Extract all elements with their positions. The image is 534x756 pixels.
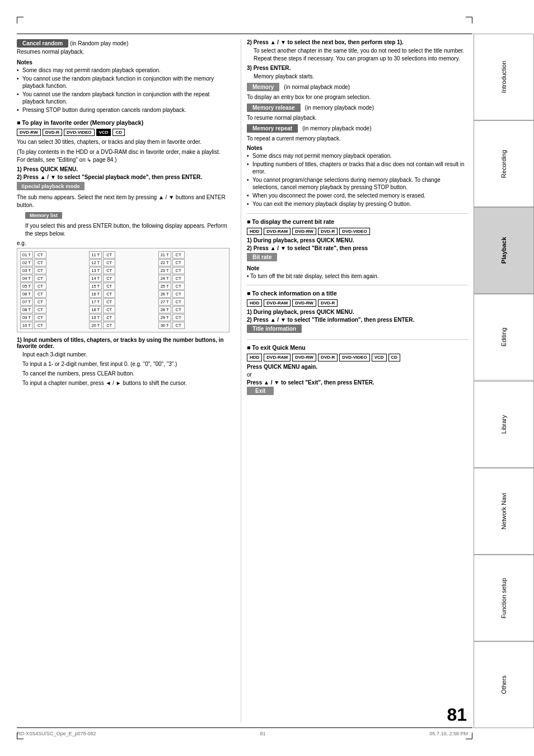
- press-quick-menu: Press QUICK MENU again.: [247, 364, 468, 370]
- grid-row: 05 TCT: [20, 283, 88, 290]
- sidebar-tab-playback[interactable]: Playback: [474, 207, 534, 294]
- grid-cell: 08 T: [20, 306, 33, 313]
- disc-badge-dvd-r: DVD-R: [318, 299, 338, 307]
- input-step-body2: To input a 1- or 2-digit number, first i…: [17, 360, 229, 368]
- memory-badge-row: Memory (in normal playback mode): [247, 83, 468, 91]
- right-column: 2) Press ▲ / ▼ to select the next box, t…: [241, 39, 468, 722]
- grid-cell: 03 T: [20, 267, 33, 274]
- grid-row: 11 TCT: [89, 251, 157, 259]
- bit-rate-badge: Bit rate: [247, 253, 277, 261]
- grid-cell: CT: [172, 259, 185, 266]
- right-notes-list: Some discs may not permit memory playbac…: [247, 152, 468, 208]
- sidebar-tab-recording[interactable]: Recording: [474, 120, 534, 207]
- grid-cell: CT: [34, 283, 46, 290]
- grid-row: 16 TCT: [89, 290, 157, 298]
- cancel-random-badge: Cancel random: [17, 39, 68, 48]
- memory-release-badge: Memory release: [247, 104, 301, 112]
- memory-release-mode-text: (in memory playback mode): [305, 105, 374, 111]
- memory-list-badge: Memory list: [25, 212, 62, 219]
- eg-label: e.g.: [17, 240, 229, 246]
- memory-body: To display an entry box for one program …: [247, 93, 468, 101]
- title-info-heading: To check information on a title: [247, 290, 468, 297]
- press-exit: Press ▲ / ▼ to select "Exit", then press…: [247, 379, 468, 386]
- bit-rate-step2: 2) Press ▲ / ▼ to select "Bit rate", the…: [247, 245, 468, 251]
- sidebar-tab-others[interactable]: Others: [474, 641, 534, 728]
- sidebar-tab-editing[interactable]: Editing: [474, 294, 534, 381]
- exit-badge: Exit: [247, 387, 274, 395]
- left-notes-section: Notes Some discs may not permit random p…: [17, 59, 229, 114]
- disc-badge-cd: CD: [388, 354, 401, 361]
- grid-cell: 24 T: [158, 275, 171, 282]
- grid-col-2: 11 TCT 12 TCT 13 TCT 14 TCT 15 TCT 16 TC…: [89, 251, 157, 329]
- grid-row: 13 TCT: [89, 267, 157, 274]
- grid-cell: 04 T: [20, 275, 33, 282]
- grid-row: 06 TCT: [20, 290, 88, 298]
- grid-cell: CT: [103, 275, 115, 282]
- grid-col-3: 21 TCT 22 TCT 23 TCT 24 TCT 25 TCT 26 TC…: [158, 251, 226, 329]
- grid-row: 23 TCT: [158, 267, 226, 274]
- memory-grid: 01 TCT 02 TCT 03 TCT 04 TCT 05 TCT 06 TC…: [20, 251, 226, 329]
- grid-row: 10 TCT: [20, 322, 88, 329]
- grid-row: 21 TCT: [158, 251, 226, 259]
- grid-cell: CT: [103, 298, 115, 306]
- memory-badge: Memory: [247, 83, 279, 91]
- sidebar-tab-introduction[interactable]: Introduction: [474, 34, 534, 120]
- resumes-text: Resumes normal playback.: [17, 49, 229, 55]
- memory-release-body: To resume normal playback.: [247, 114, 468, 122]
- grid-row: 20 TCT: [89, 322, 157, 329]
- grid-cell: CT: [172, 298, 185, 306]
- grid-row: 17 TCT: [89, 298, 157, 306]
- list-item: Pressing STOP button during operation ca…: [17, 106, 229, 114]
- disc-badge-hdd: HDD: [247, 354, 262, 361]
- grid-cell: CT: [172, 322, 185, 329]
- right-notes-title: Notes: [247, 145, 468, 151]
- grid-row: 12 TCT: [89, 259, 157, 266]
- grid-row: 08 TCT: [20, 306, 88, 313]
- main-content: Cancel random (in Random play mode) Resu…: [17, 39, 468, 722]
- grid-row: 07 TCT: [20, 298, 88, 306]
- grid-row: 09 TCT: [20, 314, 88, 321]
- memory-repeat-body: To repeat a current memory playback.: [247, 135, 468, 143]
- right-step2-body: To select another chapter in the same ti…: [247, 47, 468, 63]
- grid-cell: CT: [34, 322, 46, 329]
- input-step-heading: 1) Input numbers of titles, chapters, or…: [17, 337, 229, 349]
- right-sidebar: Introduction Recording Playback Editing …: [474, 34, 534, 728]
- grid-cell: 26 T: [158, 290, 171, 298]
- right-step2-heading: 2) Press ▲ / ▼ to select the next box, t…: [247, 39, 468, 45]
- cancel-random-section: Cancel random (in Random play mode) Resu…: [17, 39, 229, 55]
- bit-rate-note-title: Note: [247, 265, 468, 271]
- list-item: You cannot use the random playback funct…: [17, 75, 229, 90]
- disc-badge-dvd-r: DVD-R: [43, 129, 62, 136]
- right-step3-heading: 3) Press ENTER.: [247, 65, 468, 71]
- grid-cell: 30 T: [158, 322, 171, 329]
- step2-text: 2) Press ▲ / ▼ to select "Special playba…: [17, 174, 229, 180]
- grid-row: 03 TCT: [20, 267, 88, 274]
- corner-mark-tl: [17, 17, 24, 24]
- disc-badge-vcd: VCD: [372, 354, 387, 361]
- grid-cell: 02 T: [20, 259, 33, 266]
- grid-cell: CT: [103, 314, 115, 321]
- grid-row: 28 TCT: [158, 306, 226, 313]
- sidebar-tab-network-navi[interactable]: Network Navi: [474, 468, 534, 555]
- memory-grid-container: 01 TCT 02 TCT 03 TCT 04 TCT 05 TCT 06 TC…: [17, 248, 229, 332]
- grid-cell: CT: [34, 267, 46, 274]
- grid-row: 18 TCT: [89, 306, 157, 313]
- grid-cell: 05 T: [20, 283, 33, 290]
- memory-repeat-badge: Memory repeat: [247, 124, 298, 133]
- bit-rate-note: • To turn off the bit rate display, sele…: [247, 273, 468, 280]
- grid-cell: CT: [172, 306, 185, 313]
- grid-cell: 29 T: [158, 314, 171, 321]
- grid-cell: CT: [34, 275, 46, 282]
- grid-cell: 18 T: [89, 306, 102, 313]
- grid-cell: CT: [103, 251, 115, 259]
- disc-badge-dvd-ram: DVD-RAM: [264, 299, 291, 307]
- sidebar-tab-function-setup[interactable]: Function setup: [474, 555, 534, 641]
- sidebar-tab-library[interactable]: Library: [474, 381, 534, 468]
- grid-cell: 20 T: [89, 322, 102, 329]
- memory-list-body: If you select this and press ENTER butto…: [17, 222, 229, 238]
- grid-cell: 19 T: [89, 314, 102, 321]
- border-top: [17, 34, 472, 34]
- bit-rate-step1: 1) During playback, press QUICK MENU.: [247, 237, 468, 243]
- input-step-body3: To cancel the numbers, press CLEAR butto…: [17, 370, 229, 378]
- corner-mark-tr: [466, 17, 472, 24]
